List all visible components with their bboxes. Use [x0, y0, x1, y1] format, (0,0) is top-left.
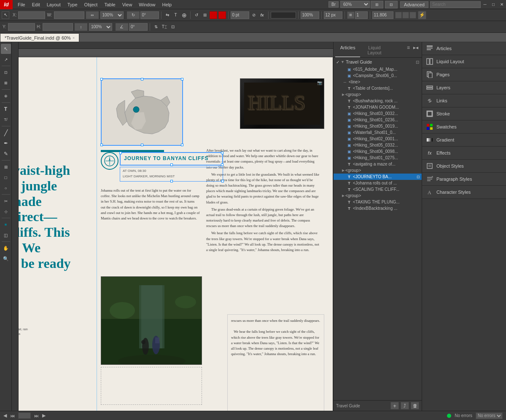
- footer-add-btn[interactable]: +: [390, 402, 399, 409]
- constrain-btn[interactable]: ⇔: [86, 11, 99, 19]
- pct1-select[interactable]: 100%: [100, 11, 124, 19]
- panel-expand-btn[interactable]: ▸◂: [412, 44, 420, 57]
- article-item-johanna[interactable]: T <Johanna rolls out of ...: [334, 180, 422, 186]
- pencil-tool[interactable]: ✎: [1, 149, 11, 159]
- rotate2-icon[interactable]: ↺: [193, 11, 200, 19]
- page-number-input[interactable]: 9: [18, 412, 31, 419]
- item-menu-btn[interactable]: ⊡: [417, 175, 420, 179]
- expand-icon[interactable]: ▼: [341, 60, 345, 64]
- page-next-btn[interactable]: ▶: [42, 413, 46, 418]
- zoom-select[interactable]: 60%75%100%: [340, 1, 370, 8]
- article-item-hiking06[interactable]: ▣ <Hiking_Shot06_0098...: [334, 148, 422, 155]
- forest-photo-frame[interactable]: [101, 276, 202, 365]
- view-btn[interactable]: ⊟: [385, 1, 398, 8]
- article-item-615[interactable]: ▣ <615_Adobe_AI_Map...: [334, 66, 422, 72]
- align-center[interactable]: [402, 12, 409, 19]
- article-item-hiking05[interactable]: ▣ <Hiking_Shot05_0019...: [334, 123, 422, 129]
- tab-close[interactable]: ×: [73, 36, 75, 40]
- text-wrap-icon[interactable]: T⌶: [161, 23, 168, 31]
- article-item-group2[interactable]: ▶ <group>: [334, 167, 422, 174]
- article-item-bushwhacking[interactable]: T <Bushwhacking, rock ...: [334, 98, 422, 104]
- article-menu-btn[interactable]: ⊡: [416, 60, 419, 64]
- page-first-btn[interactable]: ⏮: [10, 413, 15, 418]
- layout-btn[interactable]: ⊞: [371, 1, 383, 8]
- select-tool[interactable]: ↖: [1, 44, 11, 54]
- grid-field1[interactable]: [355, 11, 368, 19]
- article-item-hiking05b[interactable]: ▣ <Hiking_Shot05_0332...: [334, 142, 422, 148]
- content-collector[interactable]: ⊕: [1, 91, 11, 101]
- map-frame[interactable]: [101, 78, 183, 146]
- ellipse-tool[interactable]: ○: [1, 183, 11, 193]
- align-right[interactable]: [409, 12, 416, 19]
- angle2-field[interactable]: [129, 23, 148, 31]
- direct-select-tool[interactable]: ↗: [1, 54, 11, 64]
- page-last-btn[interactable]: ⏭: [34, 413, 39, 418]
- canvas-area[interactable]: waist-high d jungle made direct— cliffs.…: [12, 42, 333, 411]
- footer-move-btn[interactable]: ⤴: [401, 402, 409, 409]
- panel-swatches-header[interactable]: Swatches: [422, 120, 506, 134]
- path-icon[interactable]: ⊕: [180, 11, 188, 19]
- select-tool-icon[interactable]: ↖: [2, 11, 9, 19]
- pen-tool[interactable]: ✒: [1, 138, 11, 148]
- transform-icon[interactable]: T: [172, 11, 180, 19]
- zoom-tool[interactable]: 🔍: [1, 254, 11, 264]
- article-item-jonathan[interactable]: T <JONATHAN GOODM...: [334, 104, 422, 110]
- article-item-index[interactable]: T <IndexBBacktracking ...: [334, 205, 422, 211]
- hand-tool[interactable]: ✋: [1, 243, 11, 253]
- menu-type[interactable]: Type: [64, 0, 81, 9]
- h-field[interactable]: 61.2 px: [43, 23, 73, 31]
- article-item-navigating[interactable]: T <avigating a maze of...: [334, 161, 422, 167]
- article-item-waterfall[interactable]: ▣ <Waterfall_Shot01_0...: [334, 129, 422, 136]
- workspace-button[interactable]: Advanced: [400, 1, 428, 8]
- panel-gradient-header[interactable]: Gradient: [422, 134, 506, 147]
- menu-layout[interactable]: Layout: [43, 0, 64, 9]
- menu-view[interactable]: View: [119, 0, 136, 9]
- article-item-campsite[interactable]: ▣ <Campsite_Shot06_0...: [334, 72, 422, 79]
- article-item-line[interactable]: ─ <line>: [334, 79, 422, 85]
- panel-object-styles-header[interactable]: Object Styles: [422, 160, 506, 173]
- line-tool[interactable]: ╱: [1, 128, 11, 138]
- panel-menu-btn[interactable]: ≡: [405, 44, 412, 57]
- menu-edit[interactable]: Edit: [29, 0, 43, 9]
- panel-stroke-header[interactable]: Stroke: [422, 107, 506, 120]
- constrain2-btn[interactable]: ↕: [75, 23, 87, 31]
- page-prev-btn[interactable]: ◀: [3, 413, 7, 418]
- rect-frame-tool[interactable]: ⊞: [1, 162, 11, 172]
- article-group-header[interactable]: ✓ ▼ Travel Guide ⊡: [334, 58, 422, 66]
- footer-delete-btn[interactable]: 🗑: [411, 402, 419, 409]
- frame-icon[interactable]: ⊡: [169, 23, 177, 31]
- page-tool[interactable]: ⊡: [1, 67, 11, 78]
- article-item-group3[interactable]: ▶ <group>: [334, 193, 422, 199]
- article-item-hiking01[interactable]: ▣ <Hiking_Shot01_0236...: [334, 117, 422, 123]
- flip-v-icon[interactable]: ⇅: [152, 23, 160, 31]
- size-field[interactable]: [324, 11, 342, 19]
- gap-tool[interactable]: ⊠: [1, 78, 11, 88]
- panel-effects-header[interactable]: fx Effects: [422, 147, 506, 160]
- grid-field2[interactable]: [372, 11, 393, 19]
- panel-liquid-header[interactable]: Liquid Layout: [422, 55, 506, 68]
- lightning-button[interactable]: ⚡: [418, 11, 426, 19]
- article-item-scaling[interactable]: T <SCALING THE CLIFF...: [334, 186, 422, 193]
- align-icon[interactable]: ⊞: [201, 11, 209, 19]
- close-button[interactable]: ✕: [498, 0, 506, 9]
- article-item-toc[interactable]: T <Table of Contents]...: [334, 85, 422, 91]
- menu-table[interactable]: Table: [101, 0, 118, 9]
- angle1-field[interactable]: [140, 11, 159, 19]
- panel-character-styles-header[interactable]: A Character Styles: [422, 186, 506, 199]
- pct2-select[interactable]: 100%: [89, 23, 112, 31]
- bridge-button[interactable]: Br: [328, 1, 339, 8]
- w-field[interactable]: 232.44 px: [54, 11, 84, 19]
- panel-paragraph-styles-header[interactable]: ¶ Paragraph Styles: [422, 173, 506, 186]
- status-dropdown[interactable]: No errors: [476, 412, 503, 419]
- rect-tool[interactable]: □: [1, 172, 11, 182]
- journey-title-box[interactable]: JOURNEY TO BANYAN CLIFFS: [120, 152, 223, 166]
- menu-help[interactable]: Help: [159, 0, 175, 9]
- panel-links-header[interactable]: Links: [422, 94, 506, 107]
- menu-object[interactable]: Object: [81, 0, 101, 9]
- search-input[interactable]: [430, 1, 481, 8]
- article-item-group1[interactable]: ▶ <group>: [334, 91, 422, 98]
- fx-icon[interactable]: fx: [258, 11, 266, 19]
- date-box[interactable]: AT OWN, 08:30 LIGHT DARKER, MORNING MIST: [120, 167, 223, 182]
- article-item-hiking02[interactable]: ▣ <Hiking_Shot02_0001...: [334, 136, 422, 142]
- opacity-field[interactable]: [301, 11, 319, 19]
